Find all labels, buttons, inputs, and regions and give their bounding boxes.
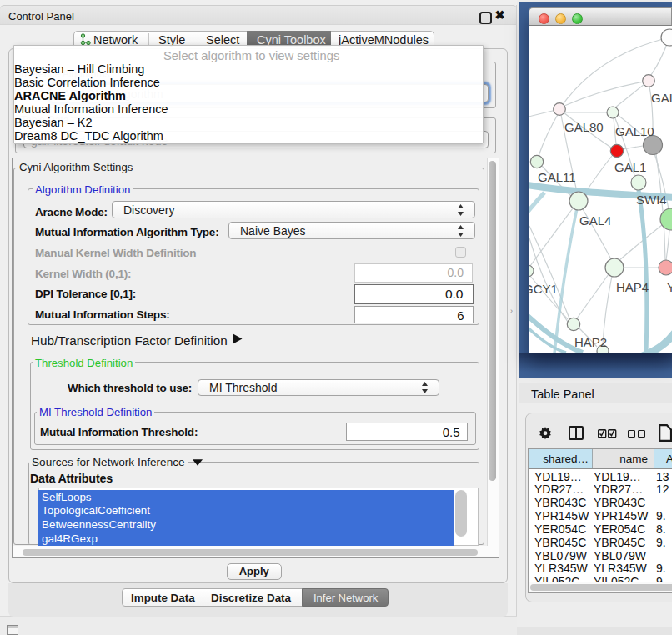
svg-text:GAL80: GAL80	[564, 120, 604, 134]
svg-text:GAL11: GAL11	[538, 170, 576, 184]
svg-text:GAL10: GAL10	[615, 124, 654, 138]
svg-text:SWI4: SWI4	[636, 192, 667, 207]
svg-text:Y: Y	[667, 280, 672, 294]
svg-text:GAL4: GAL4	[579, 213, 611, 228]
svg-text:HAP2: HAP2	[574, 335, 607, 349]
svg-text:HAP4: HAP4	[616, 280, 649, 294]
svg-text:GAL: GAL	[651, 91, 672, 105]
svg-text:GAL1: GAL1	[614, 160, 646, 174]
svg-text:GCY1: GCY1	[529, 282, 558, 296]
